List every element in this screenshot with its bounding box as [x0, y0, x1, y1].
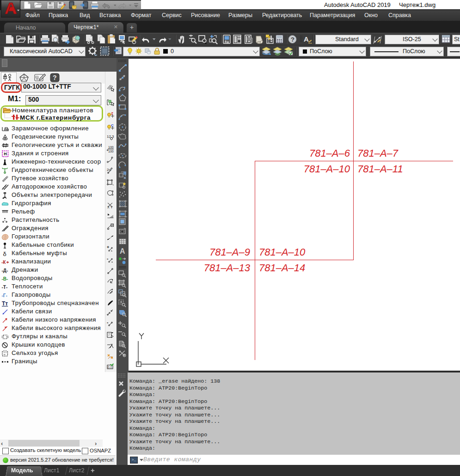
svg-text:H: H	[4, 152, 7, 156]
svg-text:100: 100	[108, 146, 114, 149]
svg-text:X: X	[107, 206, 110, 209]
svg-text:?: ?	[53, 74, 57, 81]
svg-text:-: -	[107, 256, 108, 261]
svg-text:A: A	[120, 247, 125, 255]
svg-text:+: +	[107, 245, 109, 250]
svg-text:100: 100	[108, 150, 114, 153]
svg-text:Z: Z	[111, 111, 113, 116]
svg-text:?: ?	[291, 36, 294, 43]
svg-text:Тт: Тт	[2, 300, 8, 307]
svg-text:-Д-: -Д-	[2, 268, 8, 273]
svg-text:δ: δ	[3, 250, 6, 257]
svg-text:-К: -К	[1, 260, 6, 265]
svg-text:-: -	[107, 320, 108, 325]
svg-text:Y: Y	[110, 206, 113, 209]
svg-text:-Т-: -Т-	[2, 285, 8, 290]
svg-text:-В-: -В-	[2, 276, 8, 281]
svg-text:-Г-: -Г-	[2, 293, 7, 298]
svg-text:2d: 2d	[107, 168, 111, 172]
svg-text:A: A	[304, 35, 309, 43]
